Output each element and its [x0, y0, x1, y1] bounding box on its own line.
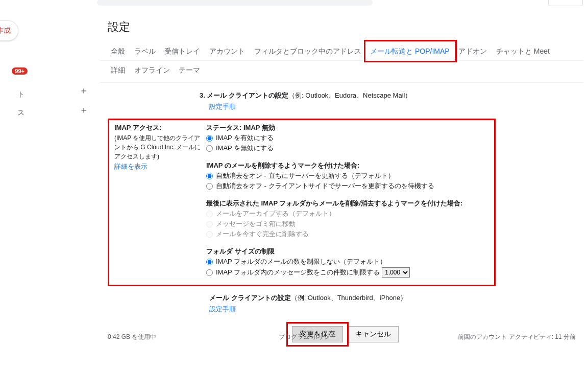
tab-offline[interactable]: オフライン — [131, 61, 173, 79]
sidebar-item-2[interactable]: ト — [0, 90, 28, 99]
expunge-on-radio-label: 自動消去をオン - 直ちにサーバーを更新する（デフォルト） — [216, 171, 395, 180]
folder-size-group-title: フォルダ サイズの制限 — [206, 247, 494, 256]
plus-icon[interactable]: ＋ — [79, 104, 88, 116]
unread-badge: 99+ — [12, 67, 28, 75]
delete-now-radio-input[interactable] — [206, 231, 213, 238]
no-limit-radio[interactable]: IMAP フォルダのメールの数を制限しない（デフォルト） — [206, 257, 494, 266]
plus-icon[interactable]: ＋ — [79, 84, 88, 97]
trash-radio-label: メッセージをゴミ箱に移動 — [216, 219, 296, 228]
imap-status-label: ステータス: IMAP 無効 — [206, 123, 494, 132]
trash-radio-input[interactable] — [206, 221, 213, 227]
tab-general[interactable]: 全般 — [108, 42, 128, 60]
header-icons — [496, 0, 517, 6]
tab-accounts[interactable]: アカウント — [206, 42, 248, 60]
expunge-on-radio[interactable]: 自動消去をオン - 直ちにサーバーを更新する（デフォルト） — [206, 171, 494, 180]
trash-radio[interactable]: メッセージをゴミ箱に移動 — [206, 219, 494, 228]
setup-steps-link[interactable]: 設定手順 — [209, 103, 236, 110]
program-policy-link[interactable]: プログラム ポリシー — [279, 333, 335, 341]
tab-inbox[interactable]: 受信トレイ — [161, 42, 203, 60]
sidebar-item-3[interactable]: ス — [0, 108, 28, 118]
imap-disable-radio[interactable]: IMAP を無効にする — [206, 144, 494, 153]
settings-tabs-row2: 詳細 オフライン テーマ — [100, 61, 583, 83]
last-folder-group-title: 最後に表示された IMAP フォルダからメールを削除/消去するようマークを付けた… — [206, 199, 494, 208]
imap-access-subtitle: (IMAP を使用して他のクライアントから G Cloud Inc. メールにア… — [114, 133, 201, 161]
compose-button[interactable]: 作成 — [0, 20, 18, 41]
imap-disable-radio-label: IMAP を無効にする — [216, 144, 274, 153]
imap-enable-radio-input[interactable] — [206, 135, 213, 142]
no-limit-radio-input[interactable] — [206, 259, 213, 265]
limit-select[interactable]: 1,000 — [382, 267, 410, 278]
delete-now-radio-label: メールを今すぐ完全に削除する — [216, 229, 309, 239]
archive-radio[interactable]: メールをアーカイブする（デフォルト） — [206, 209, 494, 218]
limit-radio-label: IMAP フォルダ内のメッセージ数をこの件数に制限する — [216, 268, 380, 277]
imap-detail-link[interactable]: 詳細を表示 — [114, 162, 148, 171]
setup-steps-link-2[interactable]: 設定手順 — [209, 305, 236, 313]
last-activity: 前回のアカウント アクティビティ: 11 分前 — [458, 333, 576, 341]
search-bar[interactable] — [97, 0, 373, 6]
sidebar-item-inbox[interactable]: 99+ — [0, 67, 28, 75]
archive-radio-input[interactable] — [206, 211, 213, 217]
mail-client-setup-heading: 3. メール クライアントの設定（例: Outlook、Eudora、Netsc… — [200, 91, 583, 100]
mail-client-setup-heading-2: メール クライアントの設定（例: Outlook、Thunderbird、iPh… — [209, 293, 583, 303]
tab-addons[interactable]: アドオン — [455, 42, 490, 60]
limit-radio[interactable]: IMAP フォルダ内のメッセージ数をこの件数に制限する 1,000 — [206, 267, 494, 278]
tab-advanced[interactable]: 詳細 — [108, 61, 128, 79]
imap-enable-radio[interactable]: IMAP を有効にする — [206, 133, 494, 143]
sidebar-item-3-label: ス — [17, 108, 24, 118]
no-limit-radio-label: IMAP フォルダのメールの数を制限しない（デフォルト） — [216, 257, 386, 266]
page-title: 設定 — [100, 15, 583, 42]
archive-radio-label: メールをアーカイブする（デフォルト） — [216, 209, 335, 218]
sidebar-item-2-label: ト — [17, 90, 24, 99]
tab-labels[interactable]: ラベル — [131, 42, 159, 60]
brand-logo — [548, 0, 583, 6]
expunge-on-radio-input[interactable] — [206, 173, 213, 179]
footer-row: 0.42 GB を使用中 プログラム ポリシー 前回のアカウント アクティビティ… — [100, 333, 578, 341]
tab-themes[interactable]: テーマ — [176, 61, 203, 79]
expunge-group-title: IMAP のメールを削除するようマークを付けた場合: — [206, 161, 494, 170]
imap-disable-radio-input[interactable] — [206, 145, 213, 152]
settings-tabs-row1: 全般 ラベル 受信トレイ アカウント フィルタとブロック中のアドレス メール転送… — [100, 42, 583, 61]
storage-used: 0.42 GB を使用中 — [108, 333, 156, 341]
delete-now-radio[interactable]: メールを今すぐ完全に削除する — [206, 229, 494, 239]
imap-access-title: IMAP アクセス: — [114, 123, 201, 132]
tab-forwarding-pop-imap[interactable]: メール転送と POP/IMAP — [367, 42, 453, 60]
expunge-off-radio-label: 自動消去をオフ - クライアントサイドでサーバーを更新するのを待機する — [216, 181, 434, 191]
expunge-off-radio[interactable]: 自動消去をオフ - クライアントサイドでサーバーを更新するのを待機する — [206, 181, 494, 191]
limit-radio-input[interactable] — [206, 269, 213, 276]
imap-left-description: IMAP アクセス: (IMAP を使用して他のクライアントから G Cloud… — [109, 123, 201, 279]
imap-access-highlight: IMAP アクセス: (IMAP を使用して他のクライアントから G Cloud… — [108, 119, 496, 286]
tab-chat-meet[interactable]: チャットと Meet — [493, 42, 553, 60]
tab-filters[interactable]: フィルタとブロック中のアドレス — [251, 42, 364, 60]
imap-enable-radio-label: IMAP を有効にする — [216, 133, 274, 143]
expunge-off-radio-input[interactable] — [206, 183, 213, 190]
